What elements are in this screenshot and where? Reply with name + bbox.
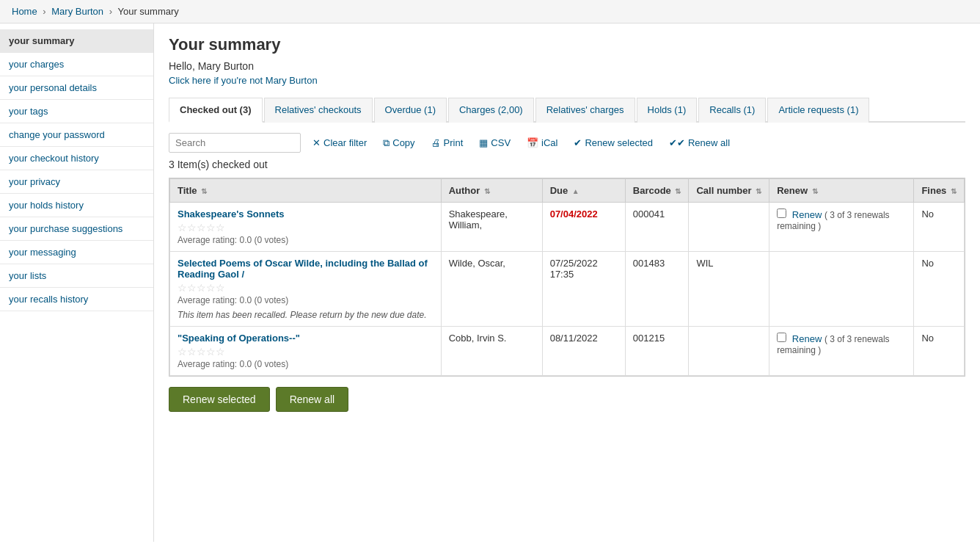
renew-cell-1: Renew ( 3 of 3 renewals remaining ): [769, 203, 914, 252]
author-cell-2: Wilde, Oscar,: [441, 252, 542, 327]
copy-button[interactable]: ⧉ Copy: [379, 135, 419, 151]
sidebar-item-your-tags[interactable]: your tags: [0, 100, 153, 123]
renew-checkbox-1[interactable]: [777, 208, 786, 218]
barcode-cell-3: 001215: [625, 327, 689, 376]
copy-icon: ⧉: [383, 137, 390, 149]
sidebar-item-change-your-password[interactable]: change your password: [0, 123, 153, 147]
not-you-link[interactable]: Click here if you're not Mary Burton: [169, 75, 318, 86]
renew-selected-button[interactable]: Renew selected: [169, 387, 270, 412]
checkouts-table-container: Title ⇅ Author ⇅ Due ▲ Barcode ⇅ Call nu…: [169, 178, 965, 377]
title-sort-icon: ⇅: [201, 187, 207, 195]
renew-selected-toolbar-button[interactable]: ✔ Renew selected: [569, 135, 657, 150]
stars-3: ☆☆☆☆☆: [178, 346, 434, 358]
print-icon: 🖨: [431, 137, 441, 148]
col-due[interactable]: Due ▲: [542, 179, 625, 203]
renew-all-toolbar-button[interactable]: ✔✔ Renew all: [665, 135, 734, 150]
title-cell-1: Shakespeare's Sonnets ☆☆☆☆☆ Average rati…: [170, 203, 442, 252]
breadcrumb-current: Your summary: [117, 6, 178, 17]
sidebar-item-your-charges[interactable]: your charges: [0, 53, 153, 76]
avg-rating-3: Average rating: 0.0 (0 votes): [178, 359, 434, 369]
due-sort-icon: ▲: [572, 187, 579, 195]
clear-filter-button[interactable]: ✕ Clear filter: [308, 135, 371, 150]
avg-rating-2: Average rating: 0.0 (0 votes): [178, 295, 434, 305]
copy-label: Copy: [392, 137, 414, 148]
sidebar-item-your-purchase-suggestions[interactable]: your purchase suggestions: [0, 217, 153, 241]
tab-charges[interactable]: Charges (2,00): [448, 98, 534, 123]
due-cell-2: 07/25/2022 17:35: [542, 252, 625, 327]
ical-icon: 📅: [527, 137, 538, 148]
breadcrumb-mary-burton[interactable]: Mary Burton: [51, 6, 103, 17]
clear-filter-label: Clear filter: [323, 137, 367, 148]
sidebar-item-your-personal-details[interactable]: your personal details: [0, 76, 153, 100]
sidebar-item-your-privacy[interactable]: your privacy: [0, 170, 153, 194]
fines-cell-2: No: [914, 252, 965, 327]
barcode-cell-1: 000041: [625, 203, 689, 252]
sidebar-item-your-messaging[interactable]: your messaging: [0, 241, 153, 264]
renew-link-3[interactable]: Renew: [792, 333, 822, 344]
fines-cell-1: No: [914, 203, 965, 252]
renew-all-icon: ✔✔: [669, 137, 685, 148]
tab-holds[interactable]: Holds (1): [637, 98, 698, 123]
ical-button[interactable]: 📅 iCal: [522, 135, 562, 150]
toolbar: ✕ Clear filter ⧉ Copy 🖨 Print ▦ CSV 📅 iC…: [169, 133, 965, 153]
renew-checkbox-3[interactable]: [777, 333, 786, 342]
tab-article-requests[interactable]: Article requests (1): [767, 98, 869, 123]
print-button[interactable]: 🖨 Print: [427, 135, 468, 150]
due-date-1: 07/04/2022: [550, 208, 598, 220]
renew-all-button[interactable]: Renew all: [276, 387, 348, 412]
col-title[interactable]: Title ⇅: [170, 179, 442, 203]
csv-icon: ▦: [479, 137, 488, 148]
items-count: 3 Item(s) checked out: [169, 159, 965, 170]
title-link-2[interactable]: Selected Poems of Oscar Wilde, including…: [178, 258, 428, 280]
col-renew[interactable]: Renew ⇅: [769, 179, 914, 203]
bottom-buttons: Renew selected Renew all: [169, 387, 965, 412]
recalled-notice-2: This item has been recalled. Please retu…: [178, 310, 434, 320]
title-cell-3: "Speaking of Operations--" ☆☆☆☆☆ Average…: [170, 327, 442, 376]
renew-link-1[interactable]: Renew: [792, 209, 822, 220]
tab-relatives-charges[interactable]: Relatives' charges: [535, 98, 635, 123]
sidebar-item-your-lists[interactable]: your lists: [0, 264, 153, 288]
tab-overdue[interactable]: Overdue (1): [374, 98, 447, 123]
search-input[interactable]: [169, 133, 301, 153]
fines-cell-3: No: [914, 327, 965, 376]
renew-cell-2: [769, 252, 914, 327]
col-call-number[interactable]: Call number ⇅: [689, 179, 769, 203]
ical-label: iCal: [541, 137, 557, 148]
callnum-cell-3: [689, 327, 769, 376]
col-author[interactable]: Author ⇅: [441, 179, 542, 203]
sidebar-item-your-summary[interactable]: your summary: [0, 29, 153, 53]
title-link-3[interactable]: "Speaking of Operations--": [178, 333, 300, 344]
sidebar-item-your-holds-history[interactable]: your holds history: [0, 194, 153, 217]
author-cell-1: Shakespeare, William,: [441, 203, 542, 252]
sidebar-item-your-recalls-history[interactable]: your recalls history: [0, 288, 153, 311]
tabs-container: Checked out (3) Relatives' checkouts Ove…: [169, 98, 965, 123]
main-content: Your summary Hello, Mary Burton Click he…: [154, 23, 980, 542]
table-header-row: Title ⇅ Author ⇅ Due ▲ Barcode ⇅ Call nu…: [170, 179, 965, 203]
table-row: Shakespeare's Sonnets ☆☆☆☆☆ Average rati…: [170, 203, 965, 252]
col-fines[interactable]: Fines ⇅: [914, 179, 965, 203]
renew-selected-label: Renew selected: [585, 137, 653, 148]
tab-recalls[interactable]: Recalls (1): [698, 98, 766, 123]
page-title: Your summary: [169, 35, 965, 54]
breadcrumb-home[interactable]: Home: [12, 6, 37, 17]
title-link-1[interactable]: Shakespeare's Sonnets: [178, 208, 284, 220]
due-date-3: 08/11/2022: [550, 333, 598, 344]
col-barcode[interactable]: Barcode ⇅: [625, 179, 689, 203]
csv-button[interactable]: ▦ CSV: [475, 135, 515, 150]
sidebar-item-your-checkout-history[interactable]: your checkout history: [0, 147, 153, 170]
breadcrumb-sep-1: ›: [43, 6, 45, 17]
breadcrumb: Home › Mary Burton › Your summary: [0, 0, 980, 23]
csv-label: CSV: [491, 137, 511, 148]
table-row: "Speaking of Operations--" ☆☆☆☆☆ Average…: [170, 327, 965, 376]
fines-sort-icon: ⇅: [951, 187, 957, 195]
sidebar: your summary your charges your personal …: [0, 23, 154, 542]
avg-rating-1: Average rating: 0.0 (0 votes): [178, 235, 434, 245]
renew-cell-3: Renew ( 3 of 3 renewals remaining ): [769, 327, 914, 376]
stars-1: ☆☆☆☆☆: [178, 222, 434, 233]
tab-relatives-checkouts[interactable]: Relatives' checkouts: [264, 98, 373, 123]
tab-checked-out[interactable]: Checked out (3): [169, 98, 263, 123]
title-cell-2: Selected Poems of Oscar Wilde, including…: [170, 252, 442, 327]
callnum-cell-1: [689, 203, 769, 252]
due-date-2: 07/25/2022 17:35: [550, 258, 598, 280]
renew-selected-icon: ✔: [574, 137, 582, 148]
